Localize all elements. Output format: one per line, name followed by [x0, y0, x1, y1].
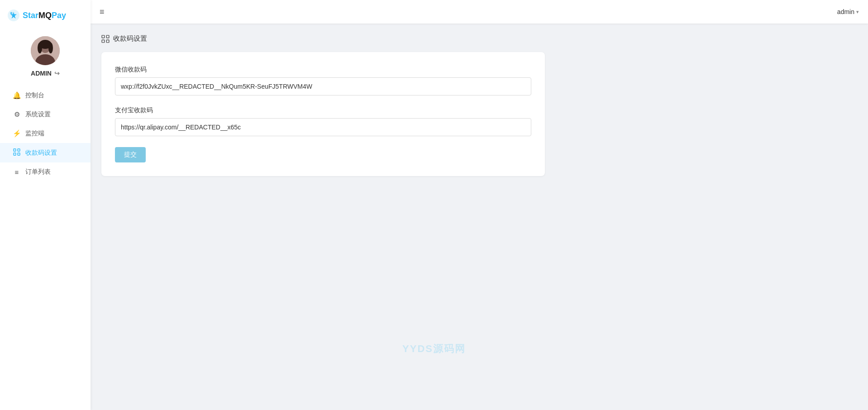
wechat-label: 微信收款码: [115, 66, 531, 74]
sidebar-item-system-settings[interactable]: ⚙ 系统设置: [0, 105, 91, 124]
sidebar-item-payment-code-label: 收款码设置: [25, 149, 57, 157]
payment-code-icon: [13, 148, 21, 157]
svg-rect-11: [18, 153, 20, 155]
page-header: 收款码设置: [101, 34, 857, 43]
system-settings-icon: ⚙: [13, 110, 21, 119]
order-list-icon: ≡: [13, 168, 21, 176]
svg-rect-13: [106, 35, 109, 38]
sidebar-item-system-settings-label: 系统设置: [25, 110, 51, 119]
logo: StarMQPay: [0, 0, 91, 29]
alipay-form-group: 支付宝收款码: [115, 106, 531, 136]
svg-point-6: [38, 43, 42, 53]
chevron-down-icon: ▾: [856, 9, 859, 15]
svg-rect-14: [102, 40, 105, 43]
sidebar-item-dashboard[interactable]: 🔔 控制台: [0, 86, 91, 105]
sidebar-item-dashboard-label: 控制台: [25, 91, 44, 100]
svg-rect-10: [14, 153, 16, 155]
admin-label: ADMIN ↪: [31, 70, 60, 77]
svg-point-7: [48, 43, 53, 53]
logo-icon: [7, 9, 20, 22]
svg-point-1: [10, 12, 13, 14]
wechat-form-group: 微信收款码: [115, 66, 531, 95]
main-area: ≡ admin ▾ 收款码设置 微信收款码: [91, 0, 868, 410]
sidebar-item-order-list[interactable]: ≡ 订单列表: [0, 162, 91, 181]
sidebar-item-monitor[interactable]: ⚡ 监控端: [0, 124, 91, 143]
hamburger-button[interactable]: ≡: [100, 8, 105, 16]
submit-button[interactable]: 提交: [115, 147, 146, 162]
sidebar-item-order-list-label: 订单列表: [25, 168, 51, 176]
svg-rect-12: [102, 35, 105, 38]
settings-card: 微信收款码 支付宝收款码 提交: [101, 52, 545, 176]
content-area: 收款码设置 微信收款码 支付宝收款码 提交: [91, 24, 868, 410]
avatar: [31, 36, 60, 65]
alipay-input[interactable]: [115, 118, 531, 136]
page-title: 收款码设置: [113, 34, 147, 43]
sidebar-item-payment-code[interactable]: 收款码设置: [0, 143, 91, 162]
logout-icon[interactable]: ↪: [54, 70, 60, 77]
avatar-area: ADMIN ↪: [0, 29, 91, 86]
alipay-label: 支付宝收款码: [115, 106, 531, 114]
user-menu[interactable]: admin ▾: [837, 8, 859, 15]
monitor-icon: ⚡: [13, 129, 21, 138]
svg-rect-8: [14, 149, 16, 151]
admin-name: ADMIN: [31, 70, 52, 77]
header-username: admin: [837, 8, 854, 15]
header: ≡ admin ▾: [91, 0, 868, 24]
wechat-input[interactable]: [115, 77, 531, 95]
sidebar: StarMQPay ADMIN ↪ 🔔 控制台 ⚙: [0, 0, 91, 410]
svg-rect-15: [106, 40, 109, 43]
svg-rect-9: [18, 149, 20, 151]
page-header-icon: [101, 34, 110, 43]
logo-text: StarMQPay: [23, 11, 66, 20]
dashboard-icon: 🔔: [13, 91, 21, 100]
sidebar-item-monitor-label: 监控端: [25, 129, 44, 138]
sidebar-nav: 🔔 控制台 ⚙ 系统设置 ⚡ 监控端 收款码设置 ≡ 订单列表: [0, 86, 91, 181]
